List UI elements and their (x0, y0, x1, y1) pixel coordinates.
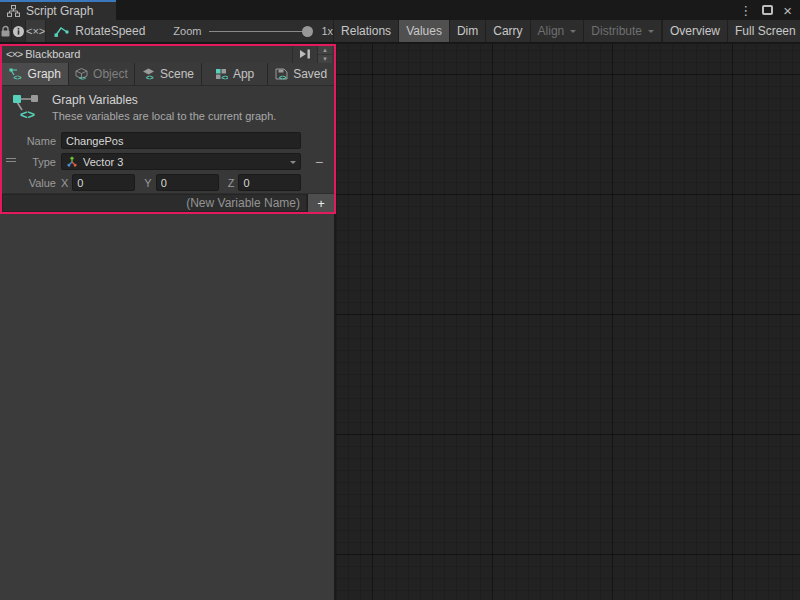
tab-title: Script Graph (26, 4, 93, 18)
drag-handle-icon[interactable] (6, 158, 16, 164)
zoom-slider-handle[interactable] (302, 26, 313, 37)
type-value: Vector 3 (83, 156, 279, 168)
svg-text:<>: <> (146, 73, 154, 80)
value-x-input[interactable] (72, 174, 135, 191)
chevron-down-icon (648, 30, 654, 36)
value-y-input[interactable] (156, 174, 219, 191)
svg-text:<>: <> (221, 73, 228, 80)
saved-floppy-icon: <> (275, 68, 288, 80)
zoom-slider-track (209, 31, 305, 32)
full-screen-button[interactable]: Full Screen (727, 20, 800, 42)
script-graph-window: Script Graph ⋮ × <×> (0, 0, 800, 600)
axis-x-label: X (61, 177, 68, 189)
overview-button[interactable]: Overview (661, 20, 727, 42)
close-icon[interactable]: × (783, 3, 792, 18)
variable-scope-tabs: <> Graph <> Object <> Scene (2, 63, 334, 86)
current-graph-name: RotateSpeed (75, 24, 145, 38)
code-view-button[interactable]: <×> (26, 20, 46, 42)
chevron-down-icon (290, 161, 296, 167)
distribute-button[interactable]: Distribute (583, 20, 661, 42)
variable-type-dropdown[interactable]: Vector 3 (61, 153, 301, 170)
panel-scroll-buttons: ▲ ▼ (317, 46, 332, 63)
zoom-control: Zoom 1x (173, 20, 333, 42)
dock-icon (299, 49, 311, 59)
value-row: Value X Y Z (2, 172, 334, 193)
app-icon: <> (215, 68, 228, 80)
section-title: Graph Variables (52, 93, 276, 107)
carry-button[interactable]: Carry (485, 20, 529, 42)
window-controls: ⋮ × (739, 0, 800, 20)
blackboard-header-controls: ▲ ▼ (292, 46, 332, 63)
new-variable-input[interactable] (2, 194, 307, 212)
tab-script-graph[interactable]: Script Graph (0, 0, 116, 20)
relations-button[interactable]: Relations (333, 20, 398, 42)
tab-scene[interactable]: <> Scene (135, 63, 202, 85)
name-label: Name (4, 135, 61, 147)
variable-editor: Name Type Vector 3 − (2, 129, 334, 193)
zoom-label: Zoom (173, 25, 201, 37)
svg-text:<>: <> (279, 73, 287, 80)
scene-icon: <> (142, 68, 155, 80)
blackboard-panel: <×> Blackboard ▲ ▼ (0, 44, 336, 214)
tab-object[interactable]: <> Object (69, 63, 136, 85)
tab-graph[interactable]: <> Graph (2, 63, 69, 85)
current-graph-button[interactable]: RotateSpeed (46, 20, 157, 42)
value-z-input[interactable] (238, 174, 301, 191)
graph-variables-tab-icon: <> (9, 68, 23, 80)
values-button[interactable]: Values (398, 20, 449, 42)
axis-y-label: Y (144, 177, 151, 189)
blackboard-title: Blackboard (25, 48, 80, 60)
lock-icon (0, 25, 11, 37)
graph-node-icon (54, 25, 69, 38)
kebab-menu-icon[interactable]: ⋮ (739, 4, 752, 17)
axis-z-label: Z (228, 177, 235, 189)
name-row: Name (2, 130, 334, 151)
section-text: Graph Variables These variables are loca… (52, 93, 276, 122)
svg-text:<>: <> (20, 107, 36, 121)
tab-strip: Script Graph ⋮ × (0, 0, 800, 20)
tab-saved[interactable]: <> Saved (268, 63, 334, 85)
object-cube-icon: <> (75, 68, 88, 80)
add-variable-button[interactable]: + (307, 194, 334, 212)
info-icon (12, 25, 25, 38)
dock-panel-button[interactable] (292, 46, 317, 63)
toolbar-right-buttons: Relations Values Dim Carry Align Distrib… (333, 20, 800, 42)
section-subtitle: These variables are local to the current… (52, 110, 276, 122)
svg-text:<>: <> (79, 74, 87, 80)
new-variable-row: + (2, 193, 334, 212)
value-label: Value (4, 177, 61, 189)
zoom-level: 1x (321, 25, 333, 37)
align-button[interactable]: Align (530, 20, 584, 42)
main-area: <×> Blackboard ▲ ▼ (0, 44, 800, 600)
scroll-down-icon[interactable]: ▼ (318, 54, 332, 63)
svg-text:<>: <> (13, 73, 21, 80)
graph-variables-icon: <> (12, 93, 42, 121)
tab-app[interactable]: <> App (202, 63, 269, 85)
graph-variables-section: <> Graph Variables These variables are l… (2, 86, 334, 130)
lock-button[interactable] (0, 20, 12, 42)
chevron-down-icon (570, 30, 576, 36)
maximize-icon[interactable] (762, 5, 773, 15)
graph-toolbar: <×> RotateSpeed Zoom 1x Relations Values… (0, 20, 800, 43)
script-graph-icon (7, 5, 20, 17)
scroll-up-icon[interactable]: ▲ (318, 46, 332, 54)
type-row: Type Vector 3 − (2, 151, 334, 172)
variable-name-input[interactable] (61, 132, 301, 149)
remove-variable-button[interactable]: − (315, 155, 323, 169)
vector3-icon (66, 156, 78, 168)
code-view-glyph: <×> (26, 25, 45, 37)
info-button[interactable] (12, 20, 26, 42)
dim-button[interactable]: Dim (449, 20, 485, 42)
zoom-slider[interactable] (209, 20, 313, 43)
blackboard-icon: <×> (6, 48, 22, 60)
blackboard-header: <×> Blackboard ▲ ▼ (2, 46, 334, 63)
graph-canvas[interactable] (336, 44, 800, 600)
